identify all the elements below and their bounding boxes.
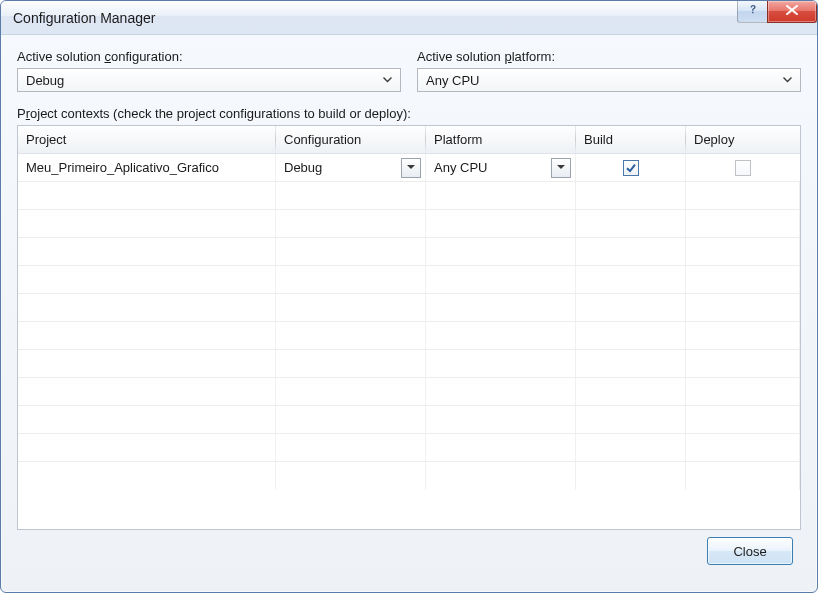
chevron-down-icon — [778, 77, 796, 83]
titlebar: Configuration Manager — [1, 1, 817, 35]
chevron-down-icon — [401, 158, 421, 178]
solution-config-combo[interactable]: Debug — [17, 68, 401, 92]
cell-build — [576, 154, 686, 181]
help-button[interactable] — [737, 1, 767, 23]
solution-platform-value: Any CPU — [426, 73, 778, 88]
content-area: Active solution configuration: Debug Act… — [1, 35, 817, 592]
close-icon — [785, 2, 799, 20]
row-configuration-combo[interactable]: Debug — [284, 154, 417, 181]
solution-config-label: Active solution configuration: — [17, 49, 401, 64]
project-contexts-label: Project contexts (check the project conf… — [17, 106, 801, 121]
header-build[interactable]: Build — [576, 126, 686, 153]
cell-configuration: Debug — [276, 154, 426, 181]
header-deploy[interactable]: Deploy — [686, 126, 800, 153]
cell-platform: Any CPU — [426, 154, 576, 181]
close-button[interactable] — [767, 1, 817, 23]
chevron-down-icon — [551, 158, 571, 178]
header-configuration[interactable]: Configuration — [276, 126, 426, 153]
configuration-manager-window: Configuration Manager Active solution co… — [0, 0, 818, 593]
grid-header: Project Configuration Platform Build Dep… — [18, 126, 800, 154]
deploy-checkbox[interactable] — [735, 160, 751, 176]
build-checkbox[interactable] — [623, 160, 639, 176]
table-row: Meu_Primeiro_Aplicativo_Grafico Debug An… — [18, 154, 800, 182]
titlebar-buttons — [737, 1, 817, 34]
check-icon — [625, 162, 637, 174]
project-contexts-grid: Project Configuration Platform Build Dep… — [17, 125, 801, 530]
cell-project-name: Meu_Primeiro_Aplicativo_Grafico — [18, 154, 276, 181]
window-title: Configuration Manager — [13, 10, 737, 26]
solution-platform-group: Active solution platform: Any CPU — [417, 49, 801, 92]
footer: Close — [17, 530, 801, 578]
header-project[interactable]: Project — [18, 126, 276, 153]
top-fields-row: Active solution configuration: Debug Act… — [17, 49, 801, 92]
grid-body: Meu_Primeiro_Aplicativo_Grafico Debug An… — [18, 154, 800, 529]
chevron-down-icon — [378, 77, 396, 83]
solution-platform-combo[interactable]: Any CPU — [417, 68, 801, 92]
empty-rows — [18, 182, 800, 490]
solution-platform-label: Active solution platform: — [417, 49, 801, 64]
close-dialog-button[interactable]: Close — [707, 537, 793, 565]
row-platform-value: Any CPU — [434, 160, 551, 175]
header-platform[interactable]: Platform — [426, 126, 576, 153]
cell-deploy — [686, 154, 800, 181]
row-configuration-value: Debug — [284, 160, 401, 175]
solution-config-group: Active solution configuration: Debug — [17, 49, 401, 92]
row-platform-combo[interactable]: Any CPU — [434, 154, 567, 181]
solution-config-value: Debug — [26, 73, 378, 88]
help-icon — [746, 2, 760, 20]
